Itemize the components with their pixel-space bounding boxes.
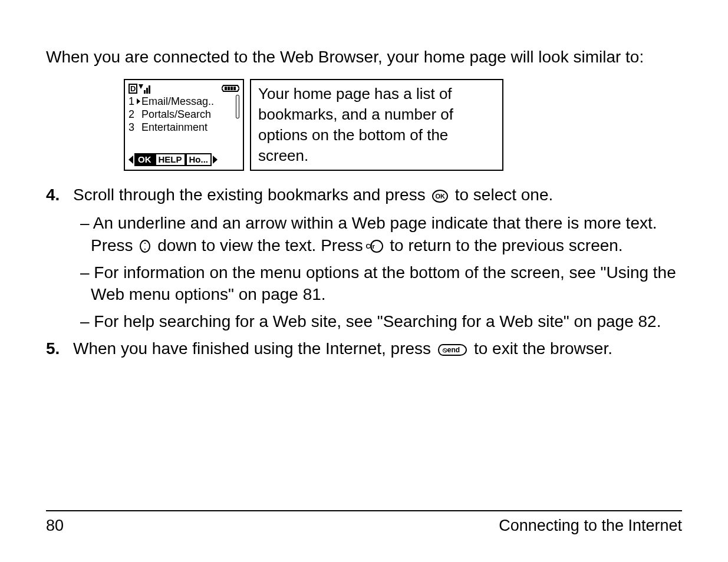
sub-text: down to view the text. Press	[157, 236, 367, 254]
svg-rect-3	[149, 85, 150, 94]
svg-rect-1	[144, 90, 146, 94]
step-4-sub-3: For help searching for a Web site, see "…	[58, 310, 682, 333]
page-number: 80	[46, 515, 64, 536]
selection-arrow-icon	[137, 98, 140, 104]
step-body: Scroll through the existing bookmarks an…	[73, 184, 682, 206]
bookmark-item-number: 2	[129, 108, 137, 121]
svg-rect-6	[228, 87, 230, 90]
svg-marker-0	[139, 84, 143, 89]
sub-text: For help searching for a Web site, see "…	[94, 312, 661, 330]
status-left-group: D	[129, 84, 151, 94]
softkey-help: HELP	[155, 153, 186, 166]
intro-paragraph: When you are connected to the Web Browse…	[46, 46, 682, 68]
figure-caption: Your home page has a list of bookmarks, …	[250, 79, 503, 171]
page-footer: 80 Connecting to the Internet	[46, 510, 682, 536]
bookmark-list: 1 Email/Messag.. 2 Portals/Search 3 Ente…	[127, 95, 241, 151]
svg-rect-7	[230, 87, 233, 90]
bookmark-item: 1 Email/Messag..	[129, 95, 239, 108]
step-5: 5. When you have finished using the Inte…	[46, 338, 682, 360]
ok-key-icon: OK	[432, 190, 448, 203]
svg-rect-8	[233, 87, 236, 90]
scrollbar-icon	[236, 95, 239, 151]
bookmark-item-number: 3	[129, 121, 137, 134]
softkey-row: OK HELP Ho...	[127, 153, 241, 166]
step-number: 5.	[46, 338, 73, 360]
sub-text: For information on the menu options at t…	[91, 263, 676, 304]
figure-row: D	[124, 79, 682, 171]
bookmark-item-number: 1	[129, 95, 137, 108]
signal-icon	[139, 84, 151, 94]
bookmark-item: 2 Portals/Search	[129, 108, 239, 121]
svg-rect-5	[225, 87, 227, 90]
step-4-sub-1: An underline and an arrow within a Web p…	[58, 212, 682, 257]
step-text: Scroll through the existing bookmarks an…	[73, 186, 430, 204]
svg-rect-2	[146, 88, 148, 94]
end-key-icon: ⦸end	[438, 344, 467, 356]
bookmark-item-label: Email/Messag..	[141, 95, 214, 108]
step-body: When you have finished using the Interne…	[73, 338, 682, 360]
manual-page: When you are connected to the Web Browse…	[0, 0, 728, 562]
step-number: 4.	[46, 184, 73, 206]
bookmark-item-label: Portals/Search	[141, 108, 211, 121]
phone-status-bar: D	[127, 84, 241, 95]
section-title: Connecting to the Internet	[499, 515, 682, 536]
softkey-home: Ho...	[186, 153, 212, 166]
digital-indicator-icon: D	[129, 84, 137, 94]
bookmark-item: 3 Entertainment	[129, 121, 239, 134]
clr-key-icon: Clr	[370, 240, 383, 253]
bookmark-item-label: Entertainment	[141, 121, 207, 134]
step-text: to select one.	[455, 186, 554, 204]
left-arrow-icon	[129, 156, 133, 164]
nav-key-icon	[140, 240, 150, 253]
phone-screen: D	[124, 79, 244, 171]
step-4: 4. Scroll through the existing bookmarks…	[46, 184, 682, 206]
softkey-ok: OK	[134, 153, 155, 166]
battery-icon	[222, 84, 239, 92]
step-text: When you have finished using the Interne…	[73, 339, 436, 358]
sub-text: to return to the previous screen.	[390, 236, 622, 254]
right-arrow-icon	[213, 156, 218, 164]
step-text: to exit the browser.	[474, 339, 612, 358]
step-4-sub-2: For information on the menu options at t…	[58, 262, 682, 306]
